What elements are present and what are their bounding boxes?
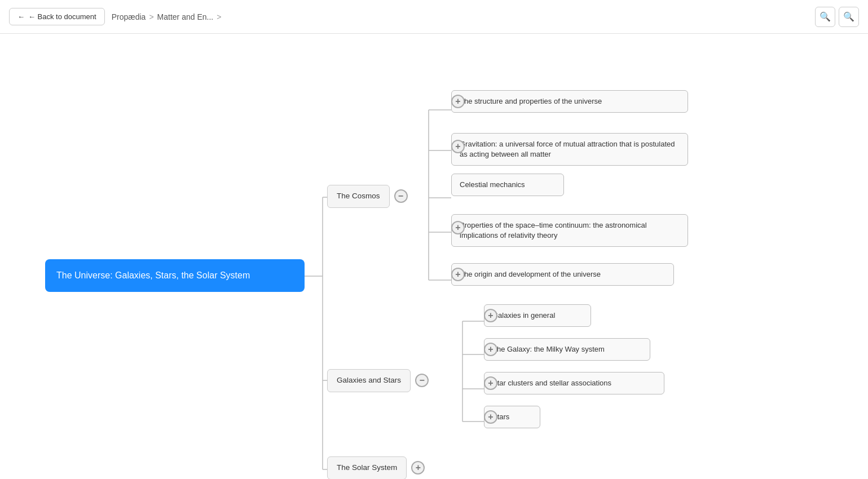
breadcrumb-item-1[interactable]: Propædia [112, 12, 146, 21]
milky-way-node-wrap: The Galaxy: the Milky Way system + [484, 343, 497, 356]
toolbar: ← ← Back to document Propædia > Matter a… [0, 0, 868, 34]
gravitation-expand-button[interactable]: + [451, 140, 465, 153]
solar-node-wrap: The Solar System + [327, 456, 425, 479]
zoom-out-icon: 🔍 [843, 11, 854, 22]
origin-expand-button[interactable]: + [451, 268, 465, 281]
origin-node-wrap: The origin and development of the univer… [451, 268, 465, 281]
structure-node[interactable]: The structure and properties of the univ… [451, 90, 688, 113]
gravitation-node[interactable]: Gravitation: a universal force of mutual… [451, 133, 688, 166]
galaxies-collapse-button[interactable]: − [415, 374, 429, 387]
cosmos-collapse-button[interactable]: − [394, 189, 408, 203]
star-clusters-expand-button[interactable]: + [484, 376, 497, 390]
celestial-node[interactable]: Celestial mechanics [451, 174, 564, 196]
breadcrumb: Propædia > Matter and En... > [112, 12, 222, 21]
celestial-label: Celestial mechanics [460, 180, 525, 189]
galaxies-node[interactable]: Galaxies and Stars [327, 369, 411, 392]
cosmos-node[interactable]: The Cosmos [327, 185, 390, 208]
connector-lines [0, 34, 868, 479]
solar-expand-button[interactable]: + [411, 461, 425, 474]
breadcrumb-sep-2: > [217, 12, 221, 21]
structure-expand-button[interactable]: + [451, 95, 465, 108]
solar-node[interactable]: The Solar System [327, 456, 407, 479]
galaxies-general-label: Galaxies in general [492, 311, 555, 320]
structure-node-wrap: The structure and properties of the univ… [451, 95, 465, 108]
zoom-in-button[interactable]: 🔍 [815, 7, 835, 27]
galaxies-general-node-wrap: Galaxies in general + [484, 309, 497, 322]
milky-way-label: The Galaxy: the Milky Way system [492, 345, 605, 353]
zoom-controls: 🔍 🔍 [815, 7, 859, 27]
gravitation-label: Gravitation: a universal force of mutual… [460, 140, 675, 158]
zoom-in-icon: 🔍 [819, 11, 831, 22]
milky-way-node[interactable]: The Galaxy: the Milky Way system [484, 338, 650, 361]
origin-label: The origin and development of the univer… [460, 270, 601, 278]
stars-expand-button[interactable]: + [484, 410, 497, 424]
spacetime-expand-button[interactable]: + [451, 221, 465, 234]
breadcrumb-sep-1: > [149, 12, 153, 21]
back-button[interactable]: ← ← Back to document [9, 8, 105, 25]
spacetime-label: Properties of the space–time continuum: … [460, 221, 647, 239]
back-arrow-icon: ← [17, 12, 25, 21]
galaxies-general-expand-button[interactable]: + [484, 309, 497, 322]
solar-label: The Solar System [337, 463, 397, 472]
breadcrumb-item-2[interactable]: Matter and En... [157, 12, 214, 21]
root-node[interactable]: The Universe: Galaxies, Stars, the Solar… [45, 259, 305, 292]
spacetime-node-wrap: Properties of the space–time continuum: … [451, 214, 465, 234]
gravitation-node-wrap: Gravitation: a universal force of mutual… [451, 133, 465, 153]
cosmos-node-wrap: The Cosmos − [327, 185, 408, 208]
star-clusters-node[interactable]: Star clusters and stellar associations [484, 372, 664, 394]
milky-way-expand-button[interactable]: + [484, 343, 497, 356]
cosmos-label: The Cosmos [337, 192, 380, 200]
canvas: The Universe: Galaxies, Stars, the Solar… [0, 34, 868, 479]
back-label: ← Back to document [28, 12, 96, 21]
galaxies-label: Galaxies and Stars [337, 376, 401, 384]
stars-node-wrap: Stars + [484, 410, 497, 424]
zoom-out-button[interactable]: 🔍 [839, 7, 859, 27]
star-clusters-node-wrap: Star clusters and stellar associations + [484, 376, 497, 390]
structure-label: The structure and properties of the univ… [460, 97, 602, 105]
origin-node[interactable]: The origin and development of the univer… [451, 263, 674, 286]
galaxies-general-node[interactable]: Galaxies in general [484, 304, 591, 327]
galaxies-node-wrap: Galaxies and Stars − [327, 369, 429, 392]
root-node-label: The Universe: Galaxies, Stars, the Solar… [56, 270, 250, 280]
star-clusters-label: Star clusters and stellar associations [492, 379, 611, 387]
spacetime-node[interactable]: Properties of the space–time continuum: … [451, 214, 688, 247]
